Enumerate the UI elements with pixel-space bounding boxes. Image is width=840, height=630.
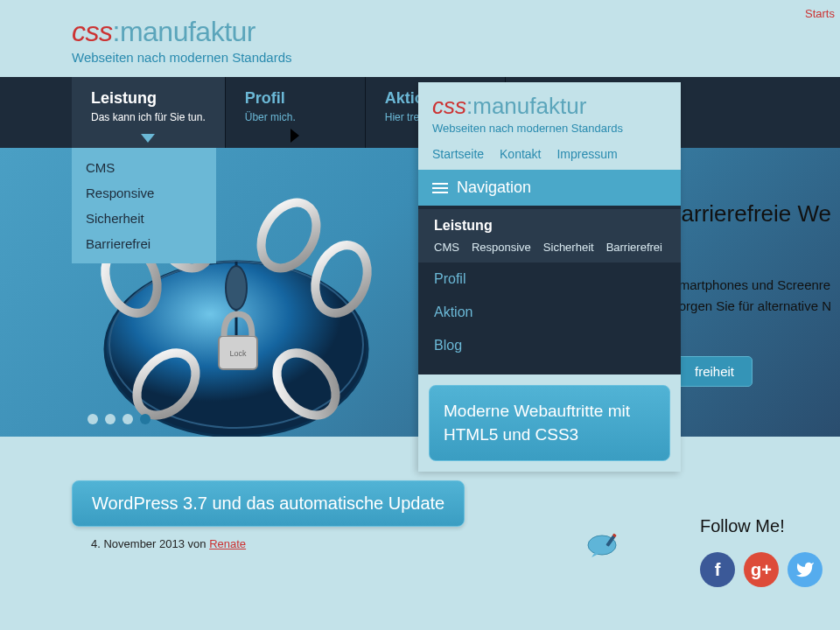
panel-links: Startseite Kontakt Impressum	[418, 144, 681, 170]
post-author-link[interactable]: Renate	[209, 537, 246, 550]
logo-part1: css	[432, 93, 466, 119]
chevron-right-icon	[290, 129, 299, 143]
post-by: von	[188, 537, 206, 550]
slider-dot[interactable]	[88, 414, 98, 424]
nav-label: Profil	[245, 89, 346, 108]
panel-sub-link[interactable]: Sicherheit	[543, 241, 594, 254]
svg-text:Lock: Lock	[229, 349, 247, 358]
panel-tagline: Webseiten nach modernen Standards	[432, 122, 667, 135]
panel-item[interactable]: Blog	[418, 329, 681, 362]
facebook-icon[interactable]: f	[700, 552, 735, 587]
panel-sub-link[interactable]: Barrierefrei	[606, 241, 662, 254]
site-logo[interactable]: css:manufaktur	[72, 16, 840, 48]
nav-sub: Das kann ich für Sie tun.	[91, 111, 206, 123]
slider-dot[interactable]	[105, 414, 116, 424]
panel-group-title: Leistung	[434, 218, 665, 234]
hero-button[interactable]: freiheit	[676, 356, 752, 387]
hero-title: barrierefreie We	[668, 200, 831, 228]
panel-sub-link[interactable]: Responsive	[472, 241, 531, 254]
panel-menu: Leistung CMS Responsive Sicherheit Barri…	[418, 206, 681, 374]
panel-item[interactable]: Aktion	[418, 296, 681, 329]
slider-dots	[88, 414, 150, 424]
dropdown-item[interactable]: Sicherheit	[72, 206, 216, 231]
logo-part1: css	[72, 16, 113, 47]
dropdown-item[interactable]: CMS	[72, 155, 216, 180]
hero-line: orgen Sie für alternative N	[679, 296, 831, 317]
panel-item[interactable]: Profil	[418, 262, 681, 296]
panel-sub-link[interactable]: CMS	[434, 241, 459, 254]
panel-header: css:manufaktur Webseiten nach modernen S…	[418, 82, 681, 144]
header: css:manufaktur Webseiten nach modernen S…	[0, 0, 840, 65]
panel-group-leistung[interactable]: Leistung CMS Responsive Sicherheit Barri…	[418, 209, 681, 262]
post-title[interactable]: WordPress 3.7 und das automatische Updat…	[72, 480, 465, 527]
hero-body: martphones und Screenre orgen Sie für al…	[679, 275, 831, 317]
panel-link[interactable]: Impressum	[556, 147, 617, 161]
logo-part2: manufaktur	[472, 93, 586, 119]
top-link[interactable]: Starts	[805, 7, 835, 20]
panel-nav-label: Navigation	[457, 178, 531, 197]
logo-sep: :	[113, 16, 120, 47]
comment-icon[interactable]	[586, 533, 621, 559]
dropdown-item[interactable]: Responsive	[72, 180, 216, 206]
follow-heading: Follow Me!	[700, 516, 822, 536]
panel-link[interactable]: Startseite	[432, 147, 484, 161]
nav-label: Leistung	[91, 89, 206, 108]
panel-link[interactable]: Kontakt	[500, 147, 541, 161]
tagline: Webseiten nach modernen Standards	[72, 50, 840, 65]
dropdown-leistung: CMS Responsive Sicherheit Barrierefrei	[72, 148, 216, 263]
social-icons: f g+	[700, 552, 822, 587]
twitter-icon[interactable]	[788, 552, 822, 587]
hero-line: martphones und Screenre	[679, 275, 831, 296]
panel-nav-toggle[interactable]: Navigation	[418, 170, 681, 206]
nav-profil[interactable]: Profil Über mich.	[226, 77, 366, 148]
post-date: 4. November 2013	[91, 537, 185, 550]
hamburger-icon	[432, 180, 448, 196]
panel-group-subs: CMS Responsive Sicherheit Barrierefrei	[434, 241, 665, 254]
nav-leistung[interactable]: Leistung Das kann ich für Sie tun.	[72, 77, 226, 148]
slider-dot-active[interactable]	[140, 414, 150, 424]
chevron-down-icon	[141, 134, 155, 143]
mobile-panel: css:manufaktur Webseiten nach modernen S…	[418, 82, 681, 472]
panel-banner[interactable]: Moderne Webauftritte mit HTML5 und CSS3	[429, 385, 670, 461]
dropdown-item[interactable]: Barrierefrei	[72, 231, 216, 256]
nav-sub: Über mich.	[245, 111, 346, 123]
slider-dot[interactable]	[122, 414, 133, 424]
panel-logo[interactable]: css:manufaktur	[432, 93, 667, 120]
sidebar: Follow Me! f g+	[700, 516, 822, 587]
logo-part2: manufaktur	[120, 16, 256, 47]
svg-point-2	[226, 266, 247, 310]
googleplus-icon[interactable]: g+	[744, 552, 779, 587]
